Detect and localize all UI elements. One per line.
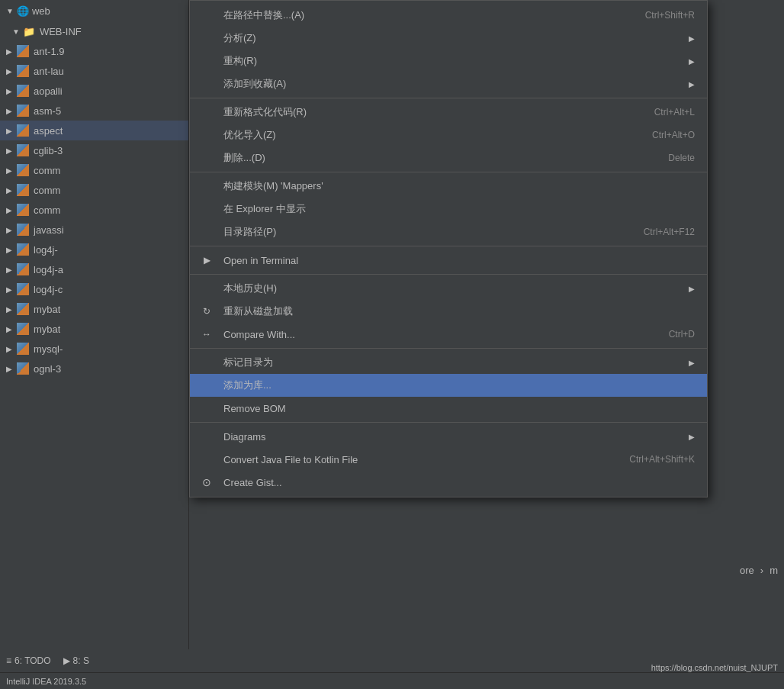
item-label: ant-1.9 <box>34 46 64 57</box>
submenu-arrow-icon: ▶ <box>689 34 695 43</box>
tree-item-mybat2[interactable]: ▶ mybat <box>0 319 188 339</box>
reload-icon: ↻ <box>199 304 214 319</box>
tree-item-aopalli[interactable]: ▶ aopalli <box>0 81 188 101</box>
menu-shortcut: Ctrl+Alt+F12 <box>644 227 695 237</box>
item-label: javassi <box>34 224 64 236</box>
collapse-arrow-icon: ▼ <box>6 7 14 15</box>
expand-icon: ▶ <box>6 266 14 274</box>
menu-item-reload-from-disk[interactable]: ↻ 重新从磁盘加载 <box>190 300 707 323</box>
menu-shortcut: Ctrl+Alt+Shift+K <box>629 454 695 465</box>
menu-item-add-as-library[interactable]: 添加为库... <box>190 374 707 397</box>
github-icon: ⊙ <box>199 475 214 490</box>
menu-item-dir-path[interactable]: 目录路径(P) Ctrl+Alt+F12 <box>190 221 707 243</box>
menu-label: 添加到收藏(A) <box>223 77 683 91</box>
expand-icon: ▶ <box>6 146 14 155</box>
tree-item-ant1[interactable]: ▶ ant-1.9 <box>0 41 188 61</box>
tree-item-asm[interactable]: ▶ asm-5 <box>0 101 188 121</box>
tree-item-ognl[interactable]: ▶ ognl-3 <box>0 359 188 378</box>
sidebar-title: web <box>32 5 50 17</box>
jar-icon <box>17 283 29 295</box>
item-label: comm <box>34 204 60 216</box>
item-label: mysql- <box>34 343 63 355</box>
menu-shortcut: Ctrl+D <box>669 329 695 340</box>
menu-label: Diagrams <box>223 431 683 443</box>
menu-separator <box>190 274 707 275</box>
menu-item-convert-java[interactable]: Convert Java File to Kotlin File Ctrl+Al… <box>190 448 707 471</box>
menu-item-reformat[interactable]: 重新格式化代码(R) Ctrl+Alt+L <box>190 101 707 124</box>
menu-item-delete[interactable]: 删除...(D) Delete <box>190 146 707 169</box>
right-panel: ore › m <box>734 565 784 576</box>
item-label: asm-5 <box>34 105 61 117</box>
webinf-folder-icon: 📁 <box>23 26 35 37</box>
tree-item-log4j3[interactable]: ▶ log4j-c <box>0 279 188 299</box>
tree-item-log4j1[interactable]: ▶ log4j- <box>0 240 188 259</box>
menu-label: 重构(R) <box>223 54 683 68</box>
menu-label: 重新从磁盘加载 <box>223 304 695 318</box>
menu-item-remove-bom[interactable]: Remove BOM <box>190 397 707 420</box>
webinf-header[interactable]: ▼ 📁 WEB-INF <box>0 21 188 41</box>
tree-item-aspect[interactable]: ▶ aspect <box>0 121 188 140</box>
submenu-arrow-icon: ▶ <box>689 57 695 66</box>
menu-label: 优化导入(Z) <box>223 128 628 142</box>
status-text: IntelliJ IDEA 2019.3.5 <box>6 677 86 686</box>
sidebar-header[interactable]: ▼ 🌐 web <box>0 0 188 21</box>
second-label: 8: S <box>73 655 89 666</box>
terminal-icon: ▶ <box>199 253 214 268</box>
expand-icon: ▶ <box>6 246 14 254</box>
expand-icon: ▶ <box>6 325 14 333</box>
expand-icon: ▶ <box>6 226 14 234</box>
todo-item[interactable]: ≡ 6: TODO <box>6 655 51 666</box>
menu-item-add-to-favorites[interactable]: 添加到收藏(A) ▶ <box>190 72 707 95</box>
menu-label: 标记目录为 <box>223 356 683 369</box>
expand-icon: ▶ <box>6 186 14 195</box>
menu-separator <box>190 172 707 172</box>
jar-icon <box>17 164 29 176</box>
tree-item-comm1[interactable]: ▶ comm <box>0 160 188 180</box>
tree-item-javassi[interactable]: ▶ javassi <box>0 220 188 240</box>
item-label: comm <box>34 165 60 176</box>
menu-item-analyze[interactable]: 分析(Z) ▶ <box>190 27 707 50</box>
webinf-arrow-icon: ▼ <box>12 27 20 36</box>
item-label: ant-lau <box>34 66 64 77</box>
expand-icon: ▶ <box>6 47 14 56</box>
menu-label: Compare With... <box>223 329 644 340</box>
tree-item-comm3[interactable]: ▶ comm <box>0 200 188 220</box>
menu-shortcut: Ctrl+Alt+L <box>654 107 695 118</box>
menu-item-diagrams[interactable]: Diagrams ▶ <box>190 425 707 448</box>
menu-separator <box>190 348 707 349</box>
menu-item-optimize-imports[interactable]: 优化导入(Z) Ctrl+Alt+O <box>190 124 707 146</box>
menu-item-compare-with[interactable]: ↔ Compare With... Ctrl+D <box>190 323 707 346</box>
tree-item-cglib[interactable]: ▶ cglib-3 <box>0 140 188 160</box>
right-panel-ore: ore <box>740 565 754 576</box>
tree-item-comm2[interactable]: ▶ comm <box>0 180 188 200</box>
menu-label: 在 Explorer 中显示 <box>223 202 695 216</box>
tree-item-mybat1[interactable]: ▶ mybat <box>0 299 188 319</box>
menu-item-create-gist[interactable]: ⊙ Create Gist... <box>190 471 707 494</box>
tree-item-antlau[interactable]: ▶ ant-lau <box>0 61 188 81</box>
jar-icon <box>17 85 29 97</box>
web-folder-icon: 🌐 <box>17 5 29 17</box>
tree-item-log4j2[interactable]: ▶ log4j-a <box>0 259 188 279</box>
menu-item-build-module[interactable]: 构建模块(M) 'Mappers' <box>190 175 707 198</box>
menu-separator <box>190 246 707 246</box>
menu-label: 分析(Z) <box>223 31 683 45</box>
expand-icon: ▶ <box>6 127 14 135</box>
menu-label: 在路径中替换...(A) <box>223 8 621 22</box>
menu-label: 删除...(D) <box>223 151 644 165</box>
item-label: ognl-3 <box>34 363 61 375</box>
item-label: log4j- <box>34 244 58 256</box>
menu-item-open-terminal[interactable]: ▶ Open in Terminal <box>190 249 707 272</box>
menu-item-show-in-explorer[interactable]: 在 Explorer 中显示 <box>190 198 707 221</box>
tree-item-mysql[interactable]: ▶ mysql- <box>0 339 188 359</box>
expand-icon: ▶ <box>6 345 14 353</box>
compare-icon: ↔ <box>199 327 214 342</box>
second-item[interactable]: ▶ 8: S <box>63 655 89 666</box>
jar-icon <box>17 263 29 275</box>
menu-item-local-history[interactable]: 本地历史(H) ▶ <box>190 277 707 300</box>
item-label: comm <box>34 185 60 196</box>
menu-item-refactor[interactable]: 重构(R) ▶ <box>190 50 707 72</box>
menu-item-replace-in-path[interactable]: 在路径中替换...(A) Ctrl+Shift+R <box>190 4 707 27</box>
menu-item-mark-dir-as[interactable]: 标记目录为 ▶ <box>190 351 707 374</box>
expand-icon: ▶ <box>6 166 14 175</box>
second-icon: ▶ <box>63 655 70 666</box>
